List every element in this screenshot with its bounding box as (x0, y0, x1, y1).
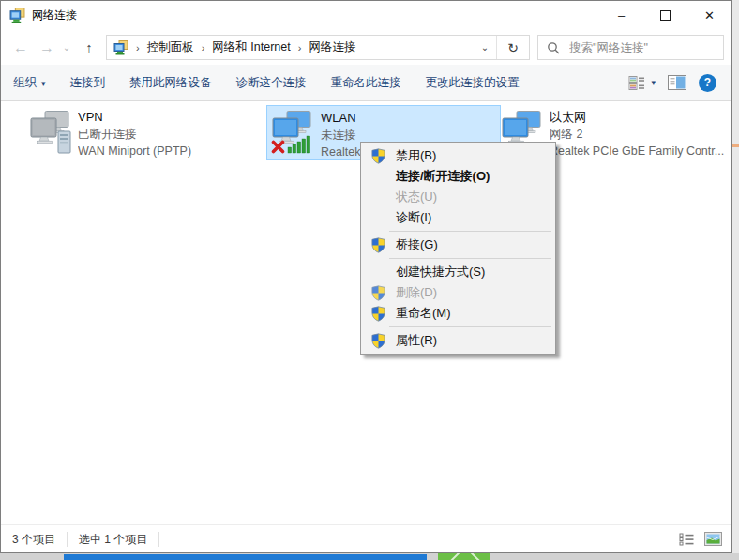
caret-down-icon: ▾ (651, 78, 656, 87)
address-location-icon (113, 40, 128, 55)
breadcrumb-item[interactable]: 控制面板 (147, 39, 194, 55)
organize-button[interactable]: 组织▾ (13, 75, 46, 91)
command-button[interactable]: 更改此连接的设置 (426, 75, 520, 91)
change-view-button[interactable]: ▾ (628, 75, 656, 91)
menu-item-label: 状态(U) (396, 189, 437, 204)
back-button[interactable]: ← (7, 30, 35, 65)
address-bar[interactable]: ›控制面板›网络和 Internet›网络连接 ⌄ ↻ (106, 35, 530, 60)
close-icon: ✕ (704, 8, 715, 23)
details-view-icon (679, 533, 695, 546)
recent-locations-button[interactable]: ⌄ (59, 30, 74, 65)
command-bar: 组织▾ 连接到禁用此网络设备诊断这个连接重命名此连接更改此连接的设置 ▾ (1, 65, 731, 101)
menu-item-label: 删除(D) (396, 285, 437, 299)
command-bar-buttons: 组织▾ 连接到禁用此网络设备诊断这个连接重命名此连接更改此连接的设置 (13, 75, 520, 91)
connection-name: VPN (78, 109, 255, 126)
up-icon: ↑ (85, 39, 93, 55)
menu-separator (389, 231, 551, 232)
background-window-strip (0, 553, 739, 560)
search-box[interactable] (537, 35, 724, 60)
menu-item-label: 连接/断开连接(O) (396, 169, 490, 183)
up-button[interactable]: ↑ (76, 30, 102, 65)
preview-pane-icon (668, 75, 686, 90)
search-input[interactable] (567, 40, 712, 55)
caption-buttons: – ✕ (599, 1, 731, 30)
background-blue-bar (64, 554, 427, 560)
caret-down-icon: ▾ (41, 79, 46, 88)
menu-item[interactable]: 重命名(M) (361, 303, 555, 324)
large-icons-view-button[interactable] (704, 532, 722, 546)
menu-item-label: 属性(R) (396, 333, 437, 347)
maximize-button[interactable] (643, 1, 687, 30)
forward-icon: → (39, 39, 54, 56)
menu-item[interactable]: 属性(R) (361, 330, 555, 351)
menu-item[interactable]: 连接/断开连接(O) (361, 166, 555, 187)
network-connections-window: 网络连接 – ✕ ← → ⌄ ↑ ›控制面板›网络和 Internet›网络连接… (0, 0, 732, 553)
uac-shield-icon (370, 333, 386, 349)
tiles-view-icon (628, 75, 646, 91)
breadcrumb-separator-icon: › (202, 42, 205, 53)
command-button[interactable]: 诊断这个连接 (236, 75, 307, 91)
navigation-bar: ← → ⌄ ↑ ›控制面板›网络和 Internet›网络连接 ⌄ ↻ (1, 30, 731, 65)
vpn-connection-icon (29, 110, 74, 159)
search-icon (547, 41, 560, 54)
connection-device: Realtek PCIe GbE Family Contr... (550, 143, 729, 159)
breadcrumb-separator-icon: › (136, 42, 140, 53)
uac-shield-icon (370, 306, 386, 322)
menu-item-label: 创建快捷方式(S) (396, 265, 485, 279)
menu-item[interactable]: 桥接(G) (361, 235, 555, 255)
breadcrumb-separator-icon: › (298, 42, 302, 53)
refresh-button[interactable]: ↻ (496, 36, 529, 59)
menu-item-label: 桥接(G) (396, 237, 438, 251)
help-button[interactable]: ? (699, 74, 716, 92)
menu-item-label: 诊断(I) (396, 210, 431, 224)
command-button[interactable]: 重命名此连接 (331, 75, 401, 91)
menu-item[interactable]: 诊断(I) (361, 207, 555, 228)
help-icon: ? (704, 76, 711, 89)
maximize-icon (660, 10, 671, 21)
minimize-icon: – (618, 8, 625, 23)
menu-item-label: 重命名(M) (396, 306, 451, 320)
breadcrumb-item[interactable]: 网络连接 (309, 39, 355, 55)
connection-status: 已断开连接 (78, 126, 255, 143)
context-menu: 禁用(B)连接/断开连接(O)状态(U)诊断(I)桥接(G)创建快捷方式(S)删… (360, 142, 556, 355)
connection-tile-vpn[interactable]: VPN已断开连接WAN Miniport (PPTP) (24, 105, 259, 160)
chevron-down-icon: ⌄ (63, 42, 70, 53)
background-orange-fragment (732, 144, 739, 147)
status-bar: 3 个项目 选中 1 个项目 (1, 524, 731, 552)
network-connections-app-icon (9, 8, 25, 23)
menu-item[interactable]: 创建快捷方式(S) (361, 262, 555, 282)
back-icon: ← (13, 39, 28, 56)
address-dropdown-button[interactable]: ⌄ (474, 42, 496, 53)
titlebar: 网络连接 – ✕ (1, 1, 731, 30)
menu-separator (389, 326, 551, 327)
details-view-button[interactable] (679, 533, 695, 546)
command-bar-right: ▾ ? (628, 74, 716, 92)
uac-shield-icon (370, 285, 386, 301)
command-button[interactable]: 禁用此网络设备 (129, 75, 212, 91)
command-button[interactable]: 连接到 (70, 75, 106, 91)
organize-label: 组织 (13, 76, 37, 89)
close-button[interactable]: ✕ (687, 1, 731, 30)
connection-status: 网络 2 (550, 126, 729, 143)
background-green-icon (438, 553, 490, 560)
items-count: 3 个项目 (12, 532, 68, 547)
chevron-down-icon: ⌄ (481, 42, 489, 53)
menu-item: 删除(D) (361, 282, 555, 303)
breadcrumb-item[interactable]: 网络和 Internet (212, 39, 290, 55)
connection-name: WLAN (321, 110, 496, 127)
menu-item[interactable]: 禁用(B) (361, 145, 555, 166)
refresh-icon: ↻ (507, 40, 519, 55)
window-title: 网络连接 (32, 8, 77, 23)
forward-button[interactable]: → (35, 30, 59, 65)
uac-shield-icon (370, 237, 386, 253)
minimize-button[interactable]: – (599, 1, 643, 30)
selected-count: 选中 1 个项目 (79, 532, 159, 547)
connection-name: 以太网 (550, 109, 729, 126)
view-toggles (679, 532, 722, 546)
connection-device: WAN Miniport (PPTP) (78, 143, 255, 159)
breadcrumb: ›控制面板›网络和 Internet›网络连接 (128, 39, 355, 55)
preview-pane-button[interactable] (668, 75, 686, 90)
menu-item: 状态(U) (361, 187, 555, 207)
wlan-connection-icon (271, 110, 316, 159)
uac-shield-icon (370, 148, 386, 164)
